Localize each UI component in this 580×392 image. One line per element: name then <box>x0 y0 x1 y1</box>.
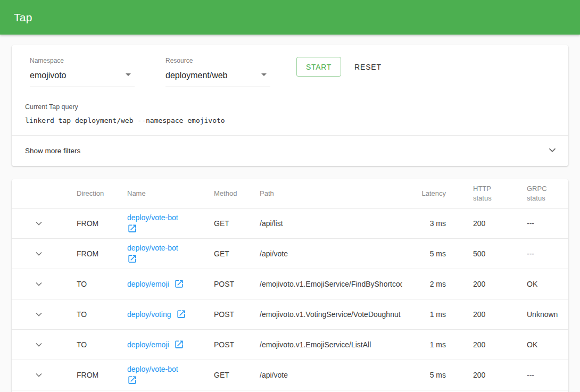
grpc-status-cell: Unknown <box>527 299 568 329</box>
table-row: TO deploy/emoji POST /emojivoto.v1.Emoji… <box>12 329 568 360</box>
grpc-status-cell: --- <box>527 360 568 390</box>
latency-cell: 1 ms <box>402 299 446 329</box>
row-expander[interactable] <box>12 269 77 299</box>
row-expander[interactable] <box>12 208 77 238</box>
method-column-header: Method <box>214 179 260 208</box>
resource-link[interactable]: deploy/voting <box>127 309 214 319</box>
resource-link-label: deploy/emoji <box>127 340 169 349</box>
latency-cell: 3 ms <box>402 208 446 238</box>
name-cell: deploy/vote-bot <box>127 360 214 390</box>
direction-cell: FROM <box>77 360 127 390</box>
table-row: FROM deploy/vote-bot GET /api/vote 5 ms … <box>12 238 568 269</box>
chevron-down-icon[interactable] <box>33 248 77 260</box>
row-expander[interactable] <box>12 299 77 329</box>
current-query-value: linkerd tap deployment/web --namespace e… <box>25 116 556 124</box>
open-in-new-icon[interactable] <box>127 254 137 264</box>
page-title: Tap <box>14 11 32 24</box>
name-cell: deploy/vote-bot <box>127 238 214 269</box>
row-expander[interactable] <box>12 238 77 269</box>
row-expander[interactable] <box>12 329 77 360</box>
namespace-value: emojivoto <box>30 71 66 80</box>
open-in-new-icon[interactable] <box>174 339 184 349</box>
table-row: FROM deploy/vote-bot GET /api/list 3 ms … <box>12 208 568 238</box>
tap-results-table: Direction Name Method Path Latency HTTP … <box>12 179 568 390</box>
dropdown-arrow-icon <box>122 68 135 83</box>
latency-column-header: Latency <box>402 179 446 208</box>
name-cell: deploy/vote-bot <box>127 208 214 238</box>
direction-cell: TO <box>77 299 127 329</box>
direction-cell: FROM <box>77 238 127 269</box>
namespace-select[interactable]: Namespace emojivoto <box>30 57 135 87</box>
open-in-new-icon[interactable] <box>127 375 137 385</box>
table-row: TO deploy/emoji POST /emojivoto.v1.Emoji… <box>12 269 568 299</box>
path-column-header: Path <box>260 179 402 208</box>
resource-link-label: deploy/vote-bot <box>127 244 178 252</box>
http-status-cell: 200 <box>446 299 527 329</box>
method-cell: POST <box>214 329 260 360</box>
resource-select[interactable]: Resource deployment/web <box>165 57 270 87</box>
chevron-down-icon[interactable] <box>33 339 77 351</box>
resource-value: deployment/web <box>165 71 228 80</box>
name-column-header: Name <box>127 179 214 208</box>
chevron-down-icon[interactable] <box>33 369 77 381</box>
show-more-filters-toggle[interactable]: Show more filters <box>12 135 568 166</box>
resource-label: Resource <box>165 57 270 64</box>
chevron-down-icon[interactable] <box>33 278 77 290</box>
path-cell: /emojivoto.v1.VotingService/VoteDoughnut <box>260 299 402 329</box>
tap-query-card: Namespace emojivoto Resource deployment/… <box>12 45 568 166</box>
open-in-new-icon[interactable] <box>176 309 186 319</box>
method-cell: GET <box>214 208 260 238</box>
http-status-column-header: HTTP status <box>446 179 527 208</box>
direction-cell: FROM <box>77 208 127 238</box>
resource-link-label: deploy/voting <box>127 310 171 319</box>
reset-button[interactable]: RESET <box>354 63 382 71</box>
resource-link-label: deploy/vote-bot <box>127 213 178 222</box>
resource-link-label: deploy/emoji <box>127 280 169 288</box>
grpc-status-cell: --- <box>527 238 568 269</box>
tap-query-form: Namespace emojivoto Resource deployment/… <box>12 45 568 90</box>
expander-column-header <box>12 179 77 208</box>
chevron-down-icon[interactable] <box>33 218 77 229</box>
chevron-down-icon[interactable] <box>33 308 77 320</box>
method-cell: POST <box>214 299 260 329</box>
resource-link-label: deploy/vote-bot <box>127 365 178 373</box>
http-status-cell: 200 <box>446 208 527 238</box>
name-cell: deploy/emoji <box>127 329 214 360</box>
app-bar: Tap <box>0 0 580 35</box>
latency-cell: 5 ms <box>402 360 446 390</box>
start-button[interactable]: START <box>296 57 341 77</box>
direction-cell: TO <box>77 269 127 299</box>
grpc-status-column-header: GRPC status <box>527 179 568 208</box>
resource-link[interactable]: deploy/vote-bot <box>127 244 214 264</box>
latency-cell: 5 ms <box>402 238 446 269</box>
open-in-new-icon[interactable] <box>174 279 184 289</box>
path-cell: /api/list <box>260 208 402 238</box>
latency-cell: 2 ms <box>402 269 446 299</box>
http-status-cell: 200 <box>446 360 527 390</box>
resource-link[interactable]: deploy/emoji <box>127 339 214 349</box>
open-in-new-icon[interactable] <box>127 223 137 233</box>
method-cell: GET <box>214 360 260 390</box>
method-cell: GET <box>214 238 260 269</box>
path-cell: /emojivoto.v1.EmojiService/FindByShortco… <box>260 269 402 299</box>
row-expander[interactable] <box>12 360 77 390</box>
http-status-cell: 200 <box>446 269 527 299</box>
chevron-down-icon[interactable] <box>546 144 559 158</box>
http-status-cell: 200 <box>446 329 527 360</box>
namespace-label: Namespace <box>30 57 135 64</box>
resource-link[interactable]: deploy/emoji <box>127 279 214 289</box>
table-row: FROM deploy/vote-bot GET /api/vote 5 ms … <box>12 360 568 390</box>
grpc-status-cell: OK <box>527 329 568 360</box>
resource-link[interactable]: deploy/vote-bot <box>127 365 214 385</box>
table-header-row: Direction Name Method Path Latency HTTP … <box>12 179 568 208</box>
resource-link[interactable]: deploy/vote-bot <box>127 213 214 233</box>
name-cell: deploy/voting <box>127 299 214 329</box>
method-cell: POST <box>214 269 260 299</box>
dropdown-arrow-icon <box>258 68 270 83</box>
path-cell: /emojivoto.v1.EmojiService/ListAll <box>260 329 402 360</box>
current-query-section: Current Tap query linkerd tap deployment… <box>12 90 568 135</box>
direction-column-header: Direction <box>77 179 127 208</box>
tap-results-card: Direction Name Method Path Latency HTTP … <box>12 179 568 392</box>
path-cell: /api/vote <box>260 360 402 390</box>
latency-cell: 1 ms <box>402 329 446 360</box>
